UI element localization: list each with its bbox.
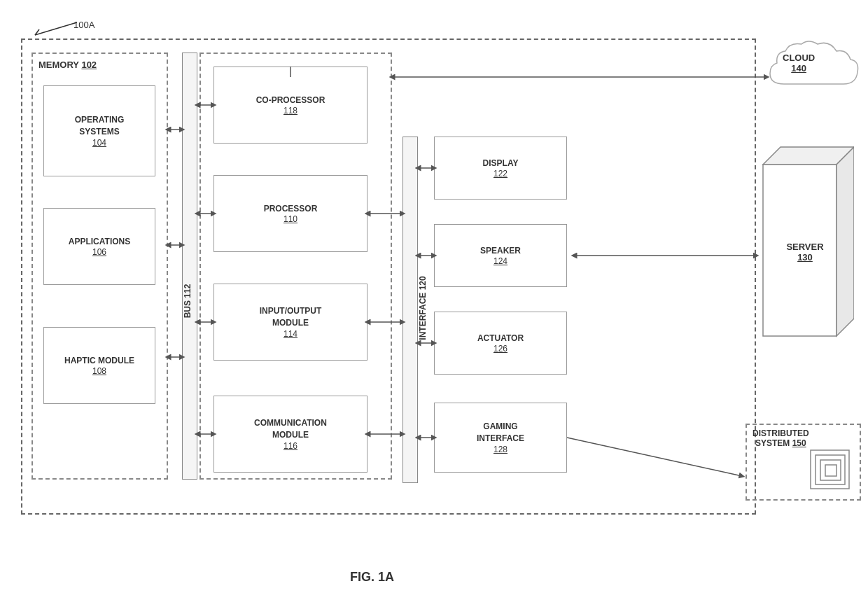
comm-module-box: COMMUNICATIONMODULE 116 [214, 396, 368, 473]
speaker-num: 124 [493, 256, 507, 266]
ref-arrow [28, 14, 84, 42]
svg-rect-26 [825, 465, 836, 476]
interface-label: INTERFACE 120 [418, 276, 428, 340]
memory-title: MEMORY 102 [38, 60, 97, 70]
speaker-box: SPEAKER 124 [434, 224, 567, 287]
gaming-num: 128 [493, 445, 507, 454]
display-num: 122 [493, 169, 507, 179]
processor-label: PROCESSOR [264, 203, 318, 215]
server-box: SERVER130 [756, 144, 854, 349]
os-box: OPERATINGSYSTEMS 104 [43, 85, 155, 176]
gaming-interface-box: GAMINGINTERFACE 128 [434, 403, 567, 473]
os-label: OPERATINGSYSTEMS [75, 114, 124, 138]
memory-box: MEMORY 102 OPERATINGSYSTEMS 104 APPLICAT… [31, 53, 168, 480]
comm-num: 116 [284, 441, 298, 451]
haptic-box: HAPTIC MODULE 108 [43, 327, 155, 404]
cloud-label: CLOUD140 [783, 53, 815, 74]
apps-box: APPLICATIONS 106 [43, 208, 155, 285]
svg-line-0 [35, 22, 77, 35]
gaming-label: GAMINGINTERFACE [477, 421, 524, 445]
speaker-label: SPEAKER [480, 245, 521, 257]
figure-caption: FIG. 1A [350, 570, 394, 585]
actuator-num: 126 [493, 344, 507, 354]
actuator-label: ACTUATOR [477, 333, 524, 344]
server-label: SERVER130 [770, 242, 840, 263]
processor-num: 110 [284, 214, 298, 224]
bus-bar [182, 53, 197, 480]
bus-label: BUS 112 [183, 284, 192, 319]
coprocessor-num: 118 [284, 106, 298, 116]
svg-rect-25 [820, 460, 841, 480]
io-num: 114 [284, 329, 298, 339]
coprocessor-label: CO-PROCESSOR [256, 95, 326, 106]
distributed-label: DISTRIBUTEDSYSTEM 150 [752, 428, 809, 448]
cloud-shape: CLOUD140 [763, 39, 864, 95]
interface-bar [402, 137, 418, 483]
svg-rect-23 [811, 450, 849, 489]
memory-num: 102 [81, 60, 97, 70]
comm-label: COMMUNICATIONMODULE [254, 417, 327, 441]
os-num: 104 [92, 138, 106, 148]
apps-num: 106 [92, 247, 106, 257]
coprocessor-box: CO-PROCESSOR 118 [214, 67, 368, 144]
apps-label: APPLICATIONS [69, 236, 130, 248]
haptic-num: 108 [92, 366, 106, 376]
processor-box: PROCESSOR 110 [214, 175, 368, 252]
actuator-box: ACTUATOR 126 [434, 312, 567, 375]
distributed-box: DISTRIBUTEDSYSTEM 150 [746, 424, 861, 501]
haptic-label: HAPTIC MODULE [64, 355, 134, 367]
display-label: DISPLAY [483, 158, 519, 169]
display-box: DISPLAY 122 [434, 137, 567, 200]
io-label: INPUT/OUTPUTMODULE [260, 305, 322, 329]
io-module-box: INPUT/OUTPUTMODULE 114 [214, 284, 368, 361]
